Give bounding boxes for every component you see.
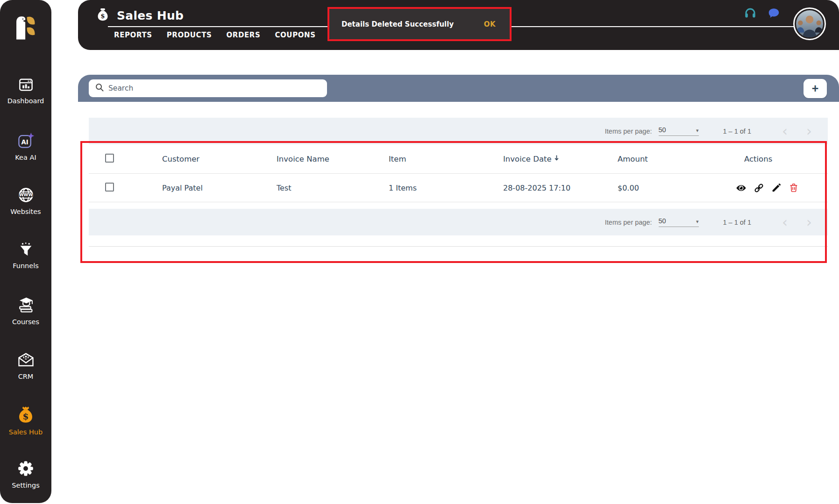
annotation-box-toast: Details Deleted Successfully OK (327, 7, 512, 41)
sidebar-item-label: Funnels (13, 262, 39, 270)
toast-message: Details Deleted Successfully (341, 20, 454, 28)
cell-invoice-date: 28-08-2025 17:10 (486, 184, 600, 192)
brand: $ Sales Hub (95, 7, 184, 24)
funnel-icon (18, 241, 34, 260)
chat-bubble-icon[interactable] (768, 7, 780, 21)
select-all-checkbox[interactable] (105, 154, 114, 163)
paginator-top: Items per page: 50 ▾ 1 – 1 of 1 ‹ › (89, 118, 828, 144)
sidebar-item-label: Courses (12, 318, 39, 326)
search-icon (95, 83, 104, 94)
svg-text:$: $ (100, 12, 105, 20)
sidebar-item-label: Websites (10, 208, 41, 215)
next-page-button[interactable]: › (806, 127, 812, 136)
gear-icon (17, 460, 35, 479)
column-header-invoice-date[interactable]: Invoice Date (486, 154, 600, 163)
sidebar-item-label: CRM (18, 373, 34, 380)
sidebar-item-label: Sales Hub (9, 428, 43, 436)
column-header-customer[interactable]: Customer (145, 155, 259, 163)
delete-icon[interactable] (789, 183, 799, 193)
paginator-bottom: Items per page: 50 ▾ 1 – 1 of 1 ‹ › (89, 209, 828, 235)
money-bag-icon: $ (16, 405, 36, 426)
edit-icon[interactable] (771, 183, 782, 193)
cell-customer: Payal Patel (145, 184, 259, 192)
page-size-value: 50 (659, 217, 666, 225)
link-icon[interactable] (754, 183, 764, 193)
dashboard-icon (18, 77, 34, 95)
sidebar-item-label: Settings (12, 482, 39, 489)
svg-text:AI: AI (21, 139, 28, 146)
page-size-select[interactable]: 50 ▾ (659, 126, 699, 136)
chevron-down-icon: ▾ (696, 128, 699, 134)
page-range-label: 1 – 1 of 1 (723, 128, 751, 135)
add-invoice-button[interactable]: + (803, 79, 827, 98)
toast-ok-button[interactable]: OK (484, 20, 496, 28)
view-icon[interactable] (736, 183, 747, 193)
sidebar-item-settings[interactable]: Settings (0, 460, 51, 489)
page-size-select[interactable]: 50 ▾ (659, 217, 699, 227)
card-bottom-divider (89, 246, 828, 247)
sidebar-item-websites[interactable]: WWW Websites (0, 186, 51, 215)
column-header-item[interactable]: Item (371, 155, 486, 163)
search-toolbar: + (78, 75, 839, 102)
cell-item: 1 Items (371, 184, 486, 192)
svg-text:$: $ (23, 412, 29, 421)
cell-actions (715, 183, 828, 193)
search-input[interactable] (108, 84, 321, 92)
toast-snackbar: Details Deleted Successfully OK (329, 9, 510, 39)
page-title: Sales Hub (117, 9, 184, 22)
sidebar-item-crm[interactable]: CRM (0, 350, 51, 380)
sort-desc-icon (554, 154, 560, 163)
page-size-value: 50 (659, 126, 666, 134)
support-headset-icon[interactable] (744, 7, 757, 21)
sidebar-item-kea-ai[interactable]: AI Kea AI (0, 132, 51, 161)
table-row: Payal Patel Test 1 Items 28-08-2025 17:1… (89, 174, 828, 202)
sidebar-item-label: Dashboard (7, 97, 44, 105)
graduation-books-icon (17, 296, 35, 316)
previous-page-button[interactable]: ‹ (782, 127, 788, 136)
page-range-label: 1 – 1 of 1 (723, 219, 751, 226)
sidebar-item-dashboard[interactable]: Dashboard (0, 77, 51, 105)
search-box[interactable] (89, 79, 327, 97)
money-bag-icon: $ (95, 7, 111, 24)
nav-tab-coupons[interactable]: COUPONS (275, 31, 315, 39)
items-per-page-label: Items per page: (605, 219, 652, 226)
nav-tab-reports[interactable]: REPORTS (114, 31, 152, 39)
sidebar-item-sales-hub[interactable]: $ Sales Hub (0, 405, 51, 436)
cell-invoice-name: Test (259, 184, 371, 192)
items-per-page-label: Items per page: (605, 128, 652, 135)
sidebar-item-funnels[interactable]: Funnels (0, 241, 51, 270)
column-header-amount[interactable]: Amount (600, 155, 715, 163)
ai-sparkle-icon: AI (17, 132, 35, 151)
table-header-row: Customer Invoice Name Item Invoice Date … (89, 144, 828, 174)
kea-logo-icon (0, 12, 51, 42)
chevron-down-icon: ▾ (696, 219, 699, 225)
globe-www-icon: WWW (17, 186, 35, 206)
sidebar-item-label: Kea AI (15, 154, 36, 161)
svg-text:WWW: WWW (19, 192, 33, 197)
envelope-gear-icon (17, 350, 35, 370)
sales-hub-invoices-page: Dashboard AI Kea AI WWW Websites Funnels… (0, 0, 839, 504)
nav-tab-orders[interactable]: ORDERS (226, 31, 260, 39)
column-header-invoice-name[interactable]: Invoice Name (259, 155, 371, 163)
sidebar-item-courses[interactable]: Courses (0, 296, 51, 326)
column-header-actions: Actions (715, 155, 828, 163)
previous-page-button[interactable]: ‹ (782, 218, 788, 227)
next-page-button[interactable]: › (806, 218, 812, 227)
sidebar: Dashboard AI Kea AI WWW Websites Funnels… (0, 0, 51, 503)
user-avatar[interactable] (793, 7, 826, 40)
cell-amount: $0.00 (600, 184, 715, 192)
nav-tab-products[interactable]: PRODUCTS (167, 31, 212, 39)
row-checkbox[interactable] (105, 183, 114, 192)
